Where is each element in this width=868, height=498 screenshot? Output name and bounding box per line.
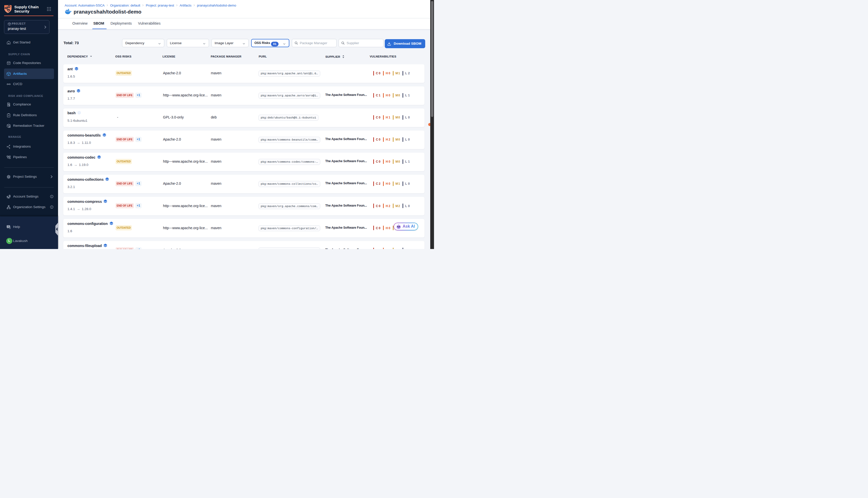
svg-text:?: ? bbox=[8, 225, 9, 228]
